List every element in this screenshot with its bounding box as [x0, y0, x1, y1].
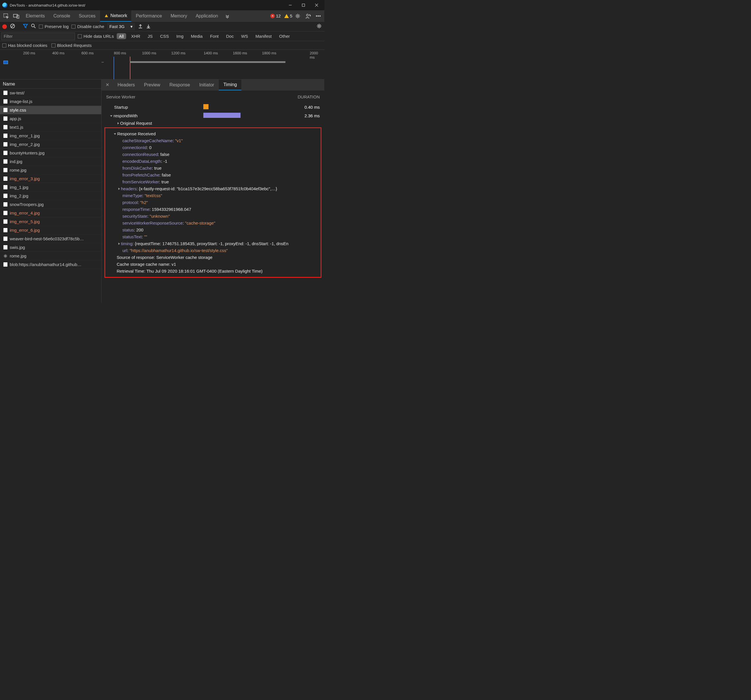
kv-timing[interactable]: timing: {requestTime: 1746751.185435, pr… — [107, 240, 319, 247]
close-button[interactable] — [310, 0, 323, 10]
timing-row-respondwith[interactable]: respondWith 2.36 ms — [106, 111, 320, 120]
tick-label: 2000 ms — [310, 51, 320, 59]
more-tabs-icon[interactable] — [223, 11, 232, 21]
request-row[interactable]: img_error_4.jpg — [0, 209, 101, 217]
tick-label: 1000 ms — [142, 51, 156, 55]
account-icon[interactable] — [303, 11, 313, 21]
close-details-icon[interactable]: ✕ — [102, 82, 113, 88]
kv-fromprefetchcache: fromPrefetchCache: false — [107, 172, 319, 178]
request-row[interactable]: sw-test/ — [0, 89, 101, 97]
disable-cache-checkbox[interactable]: Disable cache — [71, 24, 104, 29]
request-row[interactable]: img_error_5.jpg — [0, 217, 101, 226]
minimize-button[interactable] — [284, 0, 297, 10]
chip-css[interactable]: CSS — [158, 33, 171, 39]
tab-headers[interactable]: Headers — [113, 79, 139, 90]
filter-toggle-icon[interactable] — [23, 23, 28, 29]
file-icon — [3, 237, 8, 241]
request-row[interactable]: img_error_1.jpg — [0, 132, 101, 140]
clear-button[interactable] — [10, 23, 15, 30]
request-row[interactable]: text1.js — [0, 123, 101, 132]
request-row[interactable]: ind.jpg — [0, 157, 101, 166]
filter-bar: Filter Hide data URLs All XHR JS CSS Img… — [0, 31, 324, 41]
request-row[interactable]: image-list.js — [0, 97, 101, 106]
preserve-log-checkbox[interactable]: Preserve log — [39, 24, 69, 29]
throttling-select[interactable]: Fast 3G▾ — [107, 23, 135, 30]
request-row[interactable]: blob:https://anubhamathur14.github… — [0, 260, 101, 269]
tab-performance[interactable]: Performance — [132, 10, 166, 22]
svg-point-16 — [31, 24, 34, 27]
svg-rect-1 — [302, 4, 305, 6]
hide-data-urls-checkbox[interactable]: Hide data URLs — [78, 34, 114, 39]
tab-console[interactable]: Console — [49, 10, 74, 22]
tab-network[interactable]: Network — [100, 10, 131, 22]
request-row[interactable]: app.js — [0, 115, 101, 123]
tab-response[interactable]: Response — [165, 79, 195, 90]
device-toggle-icon[interactable] — [11, 11, 21, 21]
chip-js[interactable]: JS — [145, 33, 155, 39]
tab-application[interactable]: Application — [192, 10, 222, 22]
request-row[interactable]: style.css — [0, 106, 101, 115]
file-icon — [3, 91, 8, 95]
network-settings-icon[interactable] — [316, 23, 322, 30]
request-row[interactable]: snowTroopers.jpg — [0, 200, 101, 209]
request-row[interactable]: weaver-bird-nest-56e6c0323df78c5b… — [0, 235, 101, 243]
request-name: img_error_4.jpg — [10, 211, 40, 215]
overview-selection-thumb[interactable] — [3, 60, 8, 64]
request-row[interactable]: rome.jpg — [0, 166, 101, 175]
timing-body: Service Worker DURATION Startup 0.40 ms … — [102, 90, 324, 303]
upload-har-icon[interactable] — [138, 23, 143, 29]
tab-elements[interactable]: Elements — [22, 10, 49, 22]
file-icon — [3, 108, 8, 112]
original-request-row[interactable]: Original Request — [106, 120, 320, 127]
tab-initiator[interactable]: Initiator — [195, 79, 218, 90]
maximize-button[interactable] — [297, 0, 310, 10]
kv-headers[interactable]: headers: {x-fastly-request-id: "b1ca157e… — [107, 185, 319, 192]
inspect-icon[interactable] — [1, 11, 11, 21]
chip-font[interactable]: Font — [208, 33, 221, 39]
has-blocked-cookies-checkbox[interactable]: Has blocked cookies — [2, 43, 48, 48]
chip-media[interactable]: Media — [189, 33, 205, 39]
response-received-row[interactable]: Response Received — [107, 130, 319, 137]
overview-dash: – — [102, 59, 104, 64]
request-row[interactable]: bountyHunters.jpg — [0, 149, 101, 157]
kv-connectionreused: connectionReused: false — [107, 151, 319, 158]
issue-counts[interactable]: ✕ 12 5 — [270, 14, 292, 18]
request-row[interactable]: rome.jpg — [0, 252, 101, 260]
detail-pane: ✕ Headers Preview Response Initiator Tim… — [102, 79, 324, 303]
waterfall-overview[interactable]: 200 ms 400 ms 600 ms 800 ms 1000 ms 1200… — [0, 50, 324, 79]
file-icon — [3, 194, 8, 198]
tab-sources[interactable]: Sources — [75, 10, 99, 22]
kv-statustext: statusText: "" — [107, 234, 319, 240]
request-list[interactable]: sw-test/image-list.jsstyle.cssapp.jstext… — [0, 89, 101, 303]
download-har-icon[interactable] — [146, 23, 151, 29]
chip-ws[interactable]: WS — [239, 33, 250, 39]
tab-timing[interactable]: Timing — [219, 79, 241, 90]
settings-icon[interactable] — [293, 11, 303, 21]
file-icon — [3, 177, 8, 181]
tab-memory[interactable]: Memory — [167, 10, 191, 22]
chip-manifest[interactable]: Manifest — [253, 33, 274, 39]
chip-xhr[interactable]: XHR — [129, 33, 143, 39]
tab-preview[interactable]: Preview — [139, 79, 165, 90]
blocked-requests-checkbox[interactable]: Blocked Requests — [51, 43, 92, 48]
file-icon — [3, 125, 8, 129]
search-icon[interactable] — [31, 23, 36, 29]
timing-label: respondWith — [106, 113, 203, 118]
chevron-down-icon — [114, 131, 117, 136]
record-button[interactable] — [2, 24, 7, 29]
filter-input[interactable]: Filter — [1, 33, 75, 40]
request-row[interactable]: img_1.jpg — [0, 183, 101, 192]
request-row[interactable]: img_2.jpg — [0, 192, 101, 200]
request-row[interactable]: img_error_3.jpg — [0, 175, 101, 183]
request-row[interactable]: img_error_2.jpg — [0, 140, 101, 149]
kebab-menu-icon[interactable] — [314, 11, 323, 21]
request-name: sw-test/ — [10, 90, 25, 95]
request-row[interactable]: swis.jpg — [0, 243, 101, 252]
chip-all[interactable]: All — [117, 33, 126, 39]
request-row[interactable]: img_error_6.jpg — [0, 226, 101, 235]
chip-doc[interactable]: Doc — [224, 33, 236, 39]
chip-other[interactable]: Other — [277, 33, 292, 39]
svg-point-10 — [310, 15, 311, 16]
name-column-header[interactable]: Name — [0, 79, 101, 89]
chip-img[interactable]: Img — [174, 33, 186, 39]
